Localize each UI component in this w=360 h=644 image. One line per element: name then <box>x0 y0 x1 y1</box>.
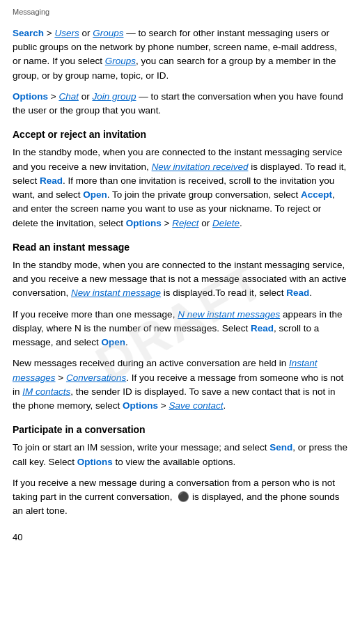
heading-participate: Participate in a conversation <box>13 423 347 437</box>
heading-accept-reject: Accept or reject an invitation <box>13 127 347 142</box>
paragraph-options-chat: Options > Chat or Join group — to start … <box>13 90 347 118</box>
paragraph-read-instant-message: In the standby mode, when you are connec… <box>13 258 347 301</box>
link-reject: Reject <box>172 218 198 228</box>
icon-message-indicator: ⚫ <box>178 492 189 502</box>
link-new-instant-message: New instant message <box>71 288 161 298</box>
page-number: 40 <box>13 531 347 544</box>
link-new-invitation: New invitation received <box>152 162 249 172</box>
text-period-3: . <box>125 337 128 347</box>
text-period-2: . <box>309 288 312 298</box>
text-new-messages-held: New messages received during an active c… <box>13 358 289 368</box>
link-chat: Chat <box>58 91 79 102</box>
label-read-1: Read <box>40 175 63 186</box>
label-open-1: Open <box>83 189 107 200</box>
text-receive-more: If you receive more than one message, <box>13 309 178 320</box>
label-options-3: Options <box>123 400 158 411</box>
label-accept: Accept <box>301 189 332 200</box>
link-groups-2: Groups <box>105 56 136 66</box>
page-header: Messaging <box>13 7 347 18</box>
text-or-2: or <box>79 91 93 102</box>
label-read-2: Read <box>286 288 309 298</box>
paragraph-search-users-groups: Search > Users or Groups — to search for… <box>13 26 347 83</box>
link-users: Users <box>54 28 79 38</box>
link-delete: Delete <box>212 218 240 228</box>
paragraph-alert-tone: If you receive a new message during a co… <box>13 476 347 519</box>
content-body: Search > Users or Groups — to search for… <box>13 26 347 519</box>
text-connector-5: > <box>158 400 169 411</box>
heading-read-instant-message: Read an instant message <box>13 240 347 255</box>
options-search-label: Search <box>13 28 44 38</box>
text-period-1: . <box>240 218 242 228</box>
label-read-3: Read <box>251 323 274 333</box>
label-send: Send <box>269 442 292 453</box>
paragraph-accept-reject: In the standby mode, when you are connec… <box>13 146 347 230</box>
text-displayed-read: is displayed.To read it, select <box>161 288 286 298</box>
link-save-contact: Save contact <box>169 400 223 411</box>
label-open-2: Open <box>102 337 126 347</box>
text-or-3: or <box>199 218 213 228</box>
text-join-start: To join or start an IM session, write yo… <box>13 442 269 453</box>
paragraph-participate: To join or start an IM session, write yo… <box>13 441 347 469</box>
label-options-1: Options <box>13 91 48 102</box>
paragraph-multiple-messages: If you receive more than one message, N … <box>13 308 347 350</box>
text-connector-3: > <box>162 218 172 228</box>
text-join-private: . To join the private group conversation… <box>107 189 301 200</box>
text-connector-2: > <box>48 91 58 102</box>
text-connector-1: > <box>44 28 54 38</box>
link-join-group: Join group <box>92 91 136 102</box>
label-options-4: Options <box>77 457 113 467</box>
text-view-options: to view the available options. <box>113 457 235 467</box>
link-conversations: Conversations <box>66 372 126 383</box>
link-im-contacts: IM contacts <box>22 386 70 397</box>
text-period-4: . <box>224 400 226 411</box>
label-options-2: Options <box>126 218 162 228</box>
link-groups-1: Groups <box>93 28 123 38</box>
link-n-new-messages: N new instant messages <box>178 309 280 320</box>
text-connector-4: > <box>56 372 66 383</box>
text-or-1: or <box>79 28 93 38</box>
paragraph-conversations: New messages received during an active c… <box>13 356 347 413</box>
